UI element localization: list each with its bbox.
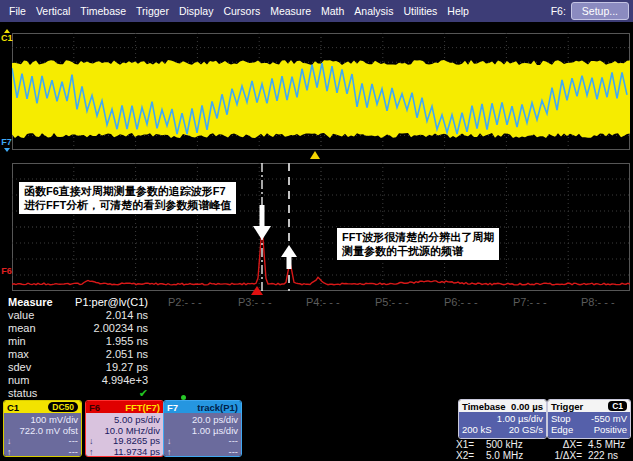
- menu-measure[interactable]: Measure: [265, 5, 316, 17]
- timebase-box[interactable]: Timebase 0.00 µs 1.00 µs/div 200 kS20 GS…: [458, 399, 547, 439]
- p5-header[interactable]: P5:- - -: [375, 296, 409, 308]
- f7-hscale: 1.00 µs/div: [167, 425, 238, 436]
- menu-help[interactable]: Help: [442, 5, 474, 17]
- timebase-rate: 20 GS/s: [509, 424, 543, 435]
- menu-display[interactable]: Display: [174, 5, 218, 17]
- oscilloscope-app: File Vertical Timebase Trigger Display C…: [0, 0, 633, 461]
- cursor-readout: X1= 500 kHz ΔX= 4.5 MHz X2= 5.0 MHz 1/ΔX…: [456, 439, 632, 461]
- f6-context-label: F6:: [551, 5, 566, 17]
- measure-row-value: value 2.014 ns: [0, 309, 633, 322]
- cursor1-marker-icon: ↓: [89, 436, 94, 447]
- menu-bar: File Vertical Timebase Trigger Display C…: [0, 0, 633, 22]
- f6-vscale: 5.00 ps/div: [89, 414, 160, 425]
- trigger-mode: Stop: [551, 413, 571, 424]
- fft-annotation-2: FFT波形很清楚的分辨出了周期 测量参数的干扰源的频谱: [336, 227, 500, 261]
- measure-row-num: num 4.994e+3: [0, 374, 633, 387]
- f7-trace-label[interactable]: F7: [1, 138, 12, 153]
- status-check-icon: ✔: [48, 387, 148, 400]
- fft-annotation-1: 函数F6直接对周期测量参数的追踪波形F7 进行FFT分析，可清楚的看到参数频谱峰…: [18, 181, 237, 215]
- measure-row-max: max 2.051 ns: [0, 348, 633, 361]
- p6-header[interactable]: P6:- - -: [444, 296, 478, 308]
- p7-header[interactable]: P7:- - -: [513, 296, 547, 308]
- measure-row-sdev: sdev 19.27 ps: [0, 361, 633, 374]
- f6-descriptor-box[interactable]: F6 FFT(F7) 5.00 ps/div 10.0 MHz/div ↓19.…: [85, 400, 164, 457]
- f6-trace-label[interactable]: F6: [1, 267, 12, 276]
- timebase-title: Timebase: [462, 401, 506, 412]
- f7-id: F7: [167, 402, 178, 413]
- trigger-title: Trigger: [551, 401, 583, 412]
- menu-file[interactable]: File: [4, 5, 31, 17]
- timebase-scale: 1.00 µs/div: [497, 413, 543, 424]
- dx-value: 4.5 MHz: [582, 439, 625, 450]
- x1-value: 500 kHz: [482, 439, 542, 450]
- c1-trace-label[interactable]: C1: [1, 28, 12, 43]
- c1-vscale: 100 mV/div: [7, 414, 78, 425]
- f6-id: F6: [89, 402, 100, 413]
- cursor1-marker-icon: ↓: [167, 436, 172, 447]
- trigger-slope: Positive: [594, 424, 627, 435]
- c1-descriptor-box[interactable]: C1 DC50 100 mV/div 722.0 mV ofst ↓--- ↑-…: [3, 400, 82, 457]
- menu-math[interactable]: Math: [316, 5, 349, 17]
- c1-coupling-badge: DC50: [48, 402, 78, 412]
- timebase-samples: 200 kS: [462, 424, 492, 435]
- c1-offset: 722.0 mV ofst: [7, 425, 78, 436]
- dx-label: ΔX=: [542, 439, 582, 450]
- menu-timebase[interactable]: Timebase: [75, 5, 131, 17]
- x2-value: 5.0 MHz: [482, 450, 542, 461]
- f7-function-label: track(P1): [197, 402, 238, 413]
- cursor1-marker-icon: ↓: [7, 436, 12, 447]
- c1-cursor2-value: ---: [69, 447, 79, 458]
- trigger-box[interactable]: Trigger C1 Stop-550 mV EdgePositive: [547, 399, 631, 439]
- p3-header[interactable]: P3:- - -: [238, 296, 272, 308]
- invdx-label: 1/ΔX=: [542, 450, 582, 461]
- timebase-offset: 0.00 µs: [511, 401, 543, 412]
- menu-trigger[interactable]: Trigger: [131, 5, 174, 17]
- measure-header-row: Measure P1:per@lv(C1) P2:- - - P3:- - - …: [0, 296, 633, 309]
- f7-vscale: 20.0 ps/div: [167, 414, 238, 425]
- f7-cursor1-value: ---: [229, 436, 239, 447]
- p8-header[interactable]: P8:- - -: [581, 296, 615, 308]
- setup-button[interactable]: Setup...: [571, 2, 629, 20]
- f7-cursor2-value: ---: [229, 447, 239, 458]
- measure-title: Measure: [8, 296, 53, 308]
- cursor2-marker-icon: ↑: [167, 447, 172, 458]
- menu-utilities[interactable]: Utilities: [398, 5, 442, 17]
- measure-row-min: min 1.955 ns: [0, 335, 633, 348]
- c1-cursor1-value: ---: [69, 436, 79, 447]
- c1-graticule: [12, 33, 630, 150]
- trigger-source-badge: C1: [608, 401, 627, 411]
- trigger-type: Edge: [551, 424, 573, 435]
- f7-descriptor-box[interactable]: F7 track(P1) 20.0 ps/div 1.00 µs/div ↓--…: [163, 400, 242, 457]
- invdx-value: 222 ns: [582, 450, 618, 461]
- trigger-time-marker-icon[interactable]: [310, 151, 320, 159]
- c1-id: C1: [7, 402, 19, 413]
- measure-panel: Measure P1:per@lv(C1) P2:- - - P3:- - - …: [0, 294, 633, 398]
- f6-cursor2-value: 11.9734 ps: [114, 447, 160, 458]
- trigger-level: -550 mV: [591, 413, 627, 424]
- peak2-arrow-icon: [281, 245, 297, 269]
- cursor2-marker-icon: ↑: [89, 447, 94, 458]
- p2-header[interactable]: P2:- - -: [168, 296, 202, 308]
- x1-label: X1=: [456, 439, 482, 450]
- menu-analysis[interactable]: Analysis: [349, 5, 398, 17]
- measure-row-mean: mean 2.00234 ns: [0, 322, 633, 335]
- f6-function-label: FFT(F7): [125, 402, 160, 413]
- x2-label: X2=: [456, 450, 482, 461]
- menu-cursors[interactable]: Cursors: [218, 5, 265, 17]
- peak1-arrow-icon: [253, 205, 271, 240]
- p4-header[interactable]: P4:- - -: [306, 296, 340, 308]
- cursor2-marker-icon: ↑: [7, 447, 12, 458]
- f6-cursor1-value: 19.8265 ps: [113, 436, 160, 447]
- f7-offset-marker-icon: [4, 148, 10, 152]
- menu-vertical[interactable]: Vertical: [31, 5, 75, 17]
- p1-header[interactable]: P1:per@lv(C1): [48, 296, 148, 308]
